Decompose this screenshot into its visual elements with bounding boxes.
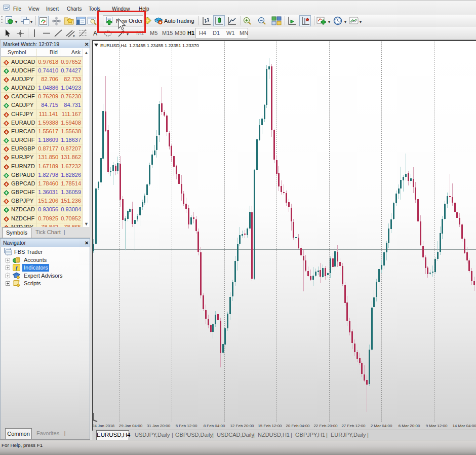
svg-text:22 Feb 20:00: 22 Feb 20:00 (313, 424, 338, 428)
svg-text:24 Jan 2018: 24 Jan 2018 (92, 424, 115, 428)
svg-text:9 Mar 12:00: 9 Mar 12:00 (426, 424, 448, 428)
svg-text:6 Mar 20:00: 6 Mar 20:00 (399, 424, 420, 428)
svg-text:20 Feb 04:00: 20 Feb 04:00 (286, 424, 310, 428)
svg-text:29 Jan 04:00: 29 Jan 04:00 (119, 424, 143, 428)
svg-text:31 Jan 20:00: 31 Jan 20:00 (147, 424, 171, 428)
svg-text:15 Feb 12:00: 15 Feb 12:00 (258, 424, 282, 428)
svg-text:27 Feb 12:00: 27 Feb 12:00 (341, 424, 366, 428)
svg-text:8 Feb 04:00: 8 Feb 04:00 (204, 424, 225, 428)
svg-text:e: e (73, 34, 75, 37)
svg-text:5 Feb 12:00: 5 Feb 12:00 (176, 424, 197, 428)
svg-text:12 Feb 20:00: 12 Feb 20:00 (230, 424, 254, 428)
svg-text:14 Mar 04:00: 14 Mar 04:00 (452, 424, 476, 428)
svg-text:2 Mar 04:00: 2 Mar 04:00 (371, 424, 392, 428)
